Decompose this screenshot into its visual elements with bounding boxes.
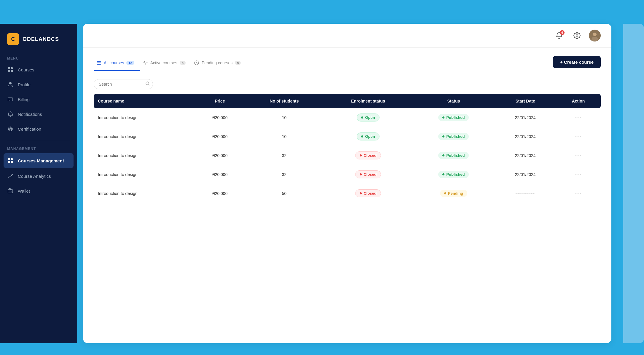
- user-avatar[interactable]: [589, 30, 601, 41]
- svg-rect-19: [97, 63, 101, 63]
- svg-point-16: [593, 33, 597, 36]
- main-card: 6: [83, 24, 611, 343]
- notification-badge: 6: [560, 30, 565, 35]
- tab-label: Active courses: [150, 60, 177, 65]
- sidebar-item-course-analytics[interactable]: Course Analytics: [0, 169, 77, 183]
- sidebar-item-wallet[interactable]: Wallet: [0, 183, 77, 198]
- settings-button[interactable]: [571, 30, 583, 41]
- tab-pending-courses[interactable]: Pending courses 4: [192, 57, 247, 71]
- sidebar-item-label: Wallet: [18, 188, 30, 194]
- cell-course-name: Introduction to design: [94, 184, 195, 203]
- billing-icon: [7, 96, 14, 103]
- cell-action: ···: [556, 184, 601, 203]
- tabs-left: All courses 12 Active courses 8: [94, 57, 247, 71]
- status-badge: Published: [438, 133, 469, 140]
- svg-rect-1: [11, 67, 13, 69]
- activity-icon: [143, 60, 148, 65]
- cell-price: ₦20,000: [195, 165, 245, 184]
- cert-icon: [7, 126, 14, 132]
- status-dot: [442, 116, 444, 119]
- cell-students: 10: [245, 108, 324, 127]
- cell-status: Published: [413, 108, 495, 127]
- cell-action: ···: [556, 146, 601, 165]
- action-menu-button[interactable]: ···: [575, 152, 581, 158]
- th-course-name: Course name: [94, 94, 195, 108]
- tab-all-courses[interactable]: All courses 12: [94, 57, 140, 71]
- header-bar: 6: [83, 24, 611, 48]
- cell-students: 32: [245, 165, 324, 184]
- svg-rect-12: [11, 161, 13, 163]
- svg-rect-13: [8, 190, 13, 193]
- svg-rect-3: [11, 70, 13, 72]
- cell-course-name: Introduction to design: [94, 146, 195, 165]
- logo-icon: C: [7, 33, 19, 45]
- status-dot: [442, 154, 444, 156]
- cell-enrolment-status: Open: [323, 127, 412, 146]
- sidebar-item-notifications[interactable]: Notifications: [0, 107, 77, 121]
- search-input[interactable]: [94, 79, 153, 89]
- create-course-button[interactable]: + Create course: [553, 56, 601, 68]
- action-menu-button[interactable]: ···: [575, 171, 581, 177]
- sidebar-item-label: Billing: [18, 97, 30, 102]
- sidebar-item-courses[interactable]: Courses: [0, 62, 77, 77]
- tab-active-courses[interactable]: Active courses 8: [140, 57, 192, 71]
- status-badge: Pending: [440, 190, 467, 197]
- status-badge: Published: [438, 171, 469, 178]
- cell-status: Published: [413, 127, 495, 146]
- cell-start-date: 22/01/2024: [495, 165, 556, 184]
- cell-price: ₦20,000: [195, 127, 245, 146]
- divider: [7, 140, 70, 140]
- enrolment-badge: Closed: [355, 151, 381, 159]
- clock-icon: [194, 60, 199, 65]
- svg-rect-20: [97, 64, 101, 65]
- management-section-label: Management: [0, 144, 77, 153]
- cell-start-date: 22/01/2024: [495, 146, 556, 165]
- cell-start-date: 22/01/2024: [495, 127, 556, 146]
- th-students: No of students: [245, 94, 324, 108]
- svg-rect-6: [9, 100, 10, 100]
- sidebar-item-billing[interactable]: Billing: [0, 92, 77, 107]
- cell-price: ₦20,000: [195, 108, 245, 127]
- notifications-button[interactable]: 6: [553, 30, 565, 41]
- tab-count: 12: [126, 61, 134, 65]
- list-icon: [96, 60, 101, 65]
- sidebar-item-profile[interactable]: Profile: [0, 77, 77, 92]
- status-badge: Published: [438, 114, 469, 121]
- logo-area: C ODELANDCS: [0, 24, 77, 53]
- table-row: Introduction to design₦20,00010OpenPubli…: [94, 127, 601, 146]
- svg-rect-5: [8, 98, 13, 101]
- status-dot: [360, 173, 362, 175]
- main-content: 6: [77, 24, 623, 343]
- cell-enrolment-status: Open: [323, 108, 412, 127]
- tab-count: 8: [180, 61, 186, 65]
- table-header-row: Course name Price No of students Enrolme…: [94, 94, 601, 108]
- svg-rect-18: [97, 61, 101, 62]
- sidebar-item-label: Courses Management: [18, 158, 64, 163]
- cell-course-name: Introduction to design: [94, 108, 195, 127]
- grid-icon: [7, 157, 14, 164]
- cell-action: ···: [556, 165, 601, 184]
- grid-icon: [7, 66, 14, 73]
- search-icon[interactable]: [145, 81, 150, 87]
- sidebar: C ODELANDCS Menu Courses: [0, 24, 77, 343]
- person-icon: [7, 81, 14, 88]
- brand-name: ODELANDCS: [23, 36, 59, 42]
- cell-course-name: Introduction to design: [94, 127, 195, 146]
- courses-table: Course name Price No of students Enrolme…: [94, 94, 601, 203]
- cell-status: Published: [413, 146, 495, 165]
- action-menu-button[interactable]: ···: [575, 133, 581, 139]
- sidebar-item-label: Profile: [18, 82, 31, 87]
- cell-action: ···: [556, 108, 601, 127]
- sidebar-item-certification[interactable]: Certification: [0, 121, 77, 136]
- action-menu-button[interactable]: ···: [575, 190, 581, 196]
- svg-point-22: [146, 82, 149, 85]
- action-menu-button[interactable]: ···: [575, 114, 581, 120]
- enrolment-badge: Open: [357, 113, 379, 121]
- cell-students: 10: [245, 127, 324, 146]
- cell-start-date: 22/01/2024: [495, 108, 556, 127]
- th-start-date: Start Date: [495, 94, 556, 108]
- th-status: Status: [413, 94, 495, 108]
- cell-enrolment-status: Closed: [323, 146, 412, 165]
- chart-icon: [7, 173, 14, 179]
- sidebar-item-courses-management[interactable]: Courses Management: [4, 153, 74, 168]
